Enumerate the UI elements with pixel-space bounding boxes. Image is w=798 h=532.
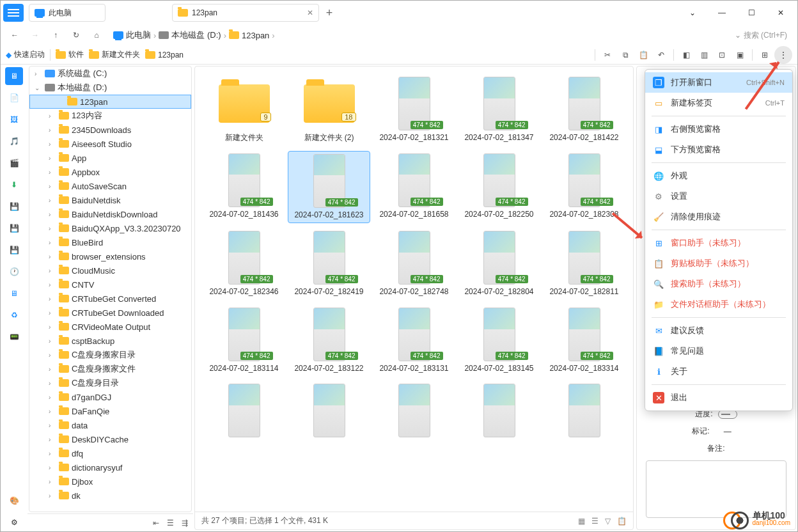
menu-appearance[interactable]: 🌐 外观 xyxy=(645,166,792,186)
tree-item[interactable]: ›CRTubeGet Downloaded xyxy=(29,306,191,320)
layout-split-button[interactable]: ◧ xyxy=(678,47,694,63)
tree-item[interactable]: ›dictionarysyuf xyxy=(29,460,191,474)
tree-item[interactable]: ›CloudMusic xyxy=(29,263,191,278)
file-item[interactable]: 474 * 8422024-07-02_182811 xyxy=(543,228,625,300)
copy-button[interactable]: ⧉ xyxy=(617,47,634,63)
history-dropdown[interactable]: ⌄ xyxy=(735,31,741,40)
tree-item[interactable]: ›CRVideoMate Output xyxy=(29,320,191,334)
menu-clipboard-helper[interactable]: 📋 剪贴板助手（未练习） xyxy=(645,253,792,274)
file-item[interactable]: 474 * 8422024-07-02_183114 xyxy=(203,305,285,377)
file-item[interactable]: 474 * 8422024-07-02_182419 xyxy=(288,228,370,300)
tree-item[interactable]: ›CNTV xyxy=(29,278,191,292)
videos-icon[interactable]: 🎬 xyxy=(5,154,23,172)
maximize-button[interactable]: ☐ xyxy=(737,3,765,22)
downloads-icon[interactable]: ⬇ xyxy=(5,176,23,194)
file-item[interactable]: 474 * 8422024-07-02_181436 xyxy=(203,151,285,224)
menu-hamburger[interactable] xyxy=(3,4,24,22)
file-item[interactable]: 474 * 8422024-07-02_181321 xyxy=(373,74,455,146)
tree-item[interactable]: ›C盘瘦身搬家目录 xyxy=(29,348,191,362)
pictures-icon[interactable]: 🖼 xyxy=(5,111,23,129)
drive-d-icon[interactable]: 💾 xyxy=(5,219,23,237)
tree-item[interactable]: ›CRTubeGet Converted xyxy=(29,292,191,306)
tree-local-drive[interactable]: ⌄ 本地磁盘 (D:) xyxy=(29,81,191,95)
undo-button[interactable]: ↶ xyxy=(653,47,669,63)
tab-address[interactable]: 123pan ✕ xyxy=(172,4,319,22)
file-item[interactable]: 474 * 8422024-07-02_181347 xyxy=(458,74,540,146)
app-icon[interactable]: 📟 xyxy=(5,328,23,346)
tree-item[interactable]: ›data xyxy=(29,418,191,432)
memo-textarea[interactable] xyxy=(646,460,786,518)
menu-window-helper[interactable]: ⊞ 窗口助手（未练习） xyxy=(645,233,792,253)
bookmark-newfolder[interactable]: 新建文件夹 xyxy=(89,49,140,60)
bookmark-software[interactable]: 软件 xyxy=(56,49,84,60)
tree-item[interactable]: ›BaiduQXApp_V3.3.20230720 xyxy=(29,221,191,235)
tree-list-icon[interactable]: ☰ xyxy=(167,519,174,528)
tree-item[interactable]: ›123内容 xyxy=(29,109,191,123)
tree-item[interactable]: ›browser_extensions xyxy=(29,249,191,263)
tree-item[interactable]: ›csptBackup xyxy=(29,334,191,348)
tree-item[interactable]: ›BlueBird xyxy=(29,235,191,249)
add-tab-button[interactable]: + xyxy=(322,5,337,20)
cut-button[interactable]: ✂ xyxy=(599,47,616,63)
tree-item[interactable]: ›C盘瘦身目录 xyxy=(29,376,191,390)
file-item[interactable] xyxy=(458,381,540,442)
file-item[interactable]: 474 * 8422024-07-02_182250 xyxy=(458,151,540,224)
menu-right-preview[interactable]: ◨ 右侧预览窗格 xyxy=(645,119,792,139)
forward-button[interactable]: → xyxy=(26,26,44,44)
monitor-icon[interactable]: 🖥 xyxy=(5,285,23,302)
file-item[interactable]: 474 * 8422024-07-02_183314 xyxy=(543,305,625,377)
crumb-folder[interactable]: 123pan xyxy=(229,31,269,40)
menu-about[interactable]: ℹ 关于 xyxy=(645,361,792,382)
menu-feedback[interactable]: ✉ 建议反馈 xyxy=(645,320,792,341)
file-item[interactable] xyxy=(203,381,285,442)
dropdown-button[interactable]: ⌄ xyxy=(678,3,707,22)
file-item[interactable]: 18新建文件夹 (2) xyxy=(288,74,370,146)
tree-item[interactable]: ›DaFanQie xyxy=(29,404,191,418)
tree-item[interactable]: 123pan xyxy=(29,95,191,109)
tree-item[interactable]: ›2345Downloads xyxy=(29,123,191,137)
documents-icon[interactable]: 📄 xyxy=(5,89,23,107)
menu-faq[interactable]: 📘 常见问题 xyxy=(645,341,792,361)
settings-icon[interactable]: ⚙ xyxy=(5,513,23,531)
menu-settings[interactable]: ⚙ 设置 xyxy=(645,186,792,207)
tree-item[interactable]: ›Djbox xyxy=(29,474,191,489)
file-item[interactable]: 474 * 8422024-07-02_183122 xyxy=(288,305,370,377)
menu-new-tab[interactable]: ▭ 新建标签页 Ctrl+T xyxy=(645,93,792,113)
paste-button[interactable]: 📋 xyxy=(635,47,652,63)
drive-c-icon[interactable]: 💾 xyxy=(5,198,23,215)
quick-launch[interactable]: ◆ 快速启动 xyxy=(6,49,45,60)
close-button[interactable]: ✕ xyxy=(767,3,795,22)
home-button[interactable]: ⌂ xyxy=(88,26,106,44)
file-item[interactable]: 474 * 8422024-07-02_182804 xyxy=(458,228,540,300)
layout-right-button[interactable]: ▥ xyxy=(696,47,712,63)
file-item[interactable] xyxy=(373,381,455,442)
tree-item[interactable]: ›dfq xyxy=(29,446,191,460)
search-box[interactable]: ⌄ 搜索 (Ctrl+F) xyxy=(730,30,792,41)
color-wheel-icon[interactable]: 🎨 xyxy=(5,492,23,510)
tree-item[interactable]: ›DeskDIYCache xyxy=(29,432,191,446)
up-button[interactable]: ↑ xyxy=(47,26,65,44)
refresh-button[interactable]: ↻ xyxy=(67,26,85,44)
file-item[interactable]: 474 * 8422024-07-02_181658 xyxy=(373,151,455,224)
minimize-button[interactable]: — xyxy=(708,3,736,22)
file-item[interactable]: 474 * 8422024-07-02_183145 xyxy=(458,305,540,377)
file-item[interactable] xyxy=(288,381,370,442)
file-item[interactable]: 9新建文件夹 xyxy=(203,74,285,146)
view-list-button[interactable]: ☰ xyxy=(591,517,598,526)
file-item[interactable]: 474 * 8422024-07-02_182346 xyxy=(203,228,285,300)
tree-item[interactable]: ›d7ganDGJ xyxy=(29,390,191,404)
desktop-icon[interactable]: 🖥 xyxy=(5,67,23,85)
history-icon[interactable]: 🕐 xyxy=(5,263,23,281)
tree-item[interactable]: ›dk xyxy=(29,489,191,503)
layout-pic-button[interactable]: ▣ xyxy=(731,47,748,63)
menu-exit[interactable]: ✕ 退出 xyxy=(645,387,792,408)
close-icon[interactable]: ✕ xyxy=(307,8,313,17)
music-icon[interactable]: 🎵 xyxy=(5,132,23,150)
tree-item[interactable]: ›BaiduNetdiskDownload xyxy=(29,207,191,221)
tree-item[interactable]: ›C盘瘦身搬家文件 xyxy=(29,362,191,376)
bookmark-123pan[interactable]: 123pan xyxy=(145,51,184,59)
view-icons-button[interactable]: ▦ xyxy=(578,517,585,526)
menu-dialog-helper[interactable]: 📁 文件对话框助手（未练习） xyxy=(645,294,792,315)
menu-bottom-preview[interactable]: ⬓ 下方预览窗格 xyxy=(645,139,792,160)
drive-e-icon[interactable]: 💾 xyxy=(5,241,23,259)
